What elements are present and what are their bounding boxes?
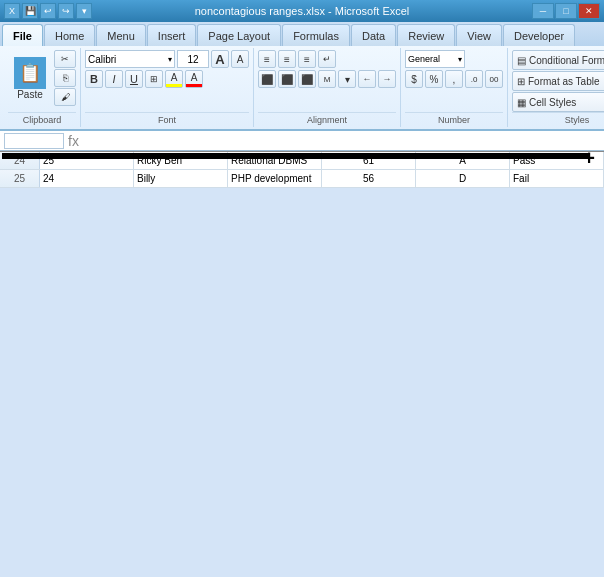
wrap-text-button[interactable]: ↵ — [318, 50, 336, 68]
tab-data[interactable]: Data — [351, 24, 396, 46]
alignment-group: ≡ ≡ ≡ ↵ ⬛ ⬛ ⬛ M ▾ ← → Alignment — [254, 48, 401, 127]
quick-access-more-icon[interactable]: ▾ — [76, 3, 92, 19]
window-title: noncontagious ranges.xlsx - Microsoft Ex… — [195, 5, 410, 17]
formula-input[interactable] — [83, 133, 600, 149]
ribbon-tab-bar: File Home Menu Insert Page Layout Formul… — [0, 22, 604, 46]
font-size-selector[interactable]: 12 — [177, 50, 209, 68]
font-name-chevron-icon: ▾ — [168, 55, 172, 64]
clipboard-area: 📋 Paste ✂ ⎘ 🖌 — [8, 50, 76, 106]
tab-formulas[interactable]: Formulas — [282, 24, 350, 46]
cell-f25[interactable]: Fail — [510, 170, 604, 187]
clipboard-label: Clipboard — [8, 112, 76, 125]
tab-file[interactable]: File — [2, 24, 43, 46]
italic-button[interactable]: I — [105, 70, 123, 88]
cell-d25[interactable]: 56 — [322, 170, 416, 187]
cell-f24[interactable]: Pass — [510, 152, 604, 169]
conditional-formatting-label: Conditional Formatting — [529, 55, 604, 66]
maximize-button[interactable]: □ — [555, 3, 577, 19]
tab-view[interactable]: View — [456, 24, 502, 46]
tab-menu[interactable]: Menu — [96, 24, 146, 46]
close-button[interactable]: ✕ — [578, 3, 600, 19]
align-top-left-button[interactable]: ≡ — [258, 50, 276, 68]
minimize-button[interactable]: ─ — [532, 3, 554, 19]
font-grow-button[interactable]: A — [211, 50, 229, 68]
table-row: 24 25 Ricky Ben Relational DBMS 61 A Pas… — [0, 152, 604, 170]
clipboard-group: 📋 Paste ✂ ⎘ 🖌 Clipboard — [4, 48, 81, 127]
tab-home[interactable]: Home — [44, 24, 95, 46]
redo-icon[interactable]: ↪ — [58, 3, 74, 19]
cell-c25[interactable]: PHP development — [228, 170, 322, 187]
cell-d24[interactable]: 61 — [322, 152, 416, 169]
merge-chevron-icon[interactable]: ▾ — [338, 70, 356, 88]
cell-c24[interactable]: Relational DBMS — [228, 152, 322, 169]
font-name-selector[interactable]: Calibri ▾ — [85, 50, 175, 68]
cell-b25[interactable]: Billy — [134, 170, 228, 187]
border-button[interactable]: ⊞ — [145, 70, 163, 88]
fill-color-swatch — [166, 84, 182, 87]
bottom-rows: 24 25 Ricky Ben Relational DBMS 61 A Pas… — [0, 151, 604, 188]
currency-button[interactable]: $ — [405, 70, 423, 88]
paste-button[interactable]: 📋 Paste — [8, 50, 52, 106]
comma-button[interactable]: , — [445, 70, 463, 88]
cell-a24[interactable]: 25 — [40, 152, 134, 169]
tab-page-layout[interactable]: Page Layout — [197, 24, 281, 46]
fill-color-button[interactable]: A — [165, 70, 183, 88]
format-as-table-button[interactable]: ⊞ Format as Table ▾ — [512, 71, 604, 91]
format-painter-button[interactable]: 🖌 — [54, 88, 76, 106]
font-area: Calibri ▾ 12 A A B I U ⊞ — [85, 50, 249, 88]
number-format-dropdown[interactable]: General ▾ — [405, 50, 465, 68]
conditional-formatting-button[interactable]: ▤ Conditional Formatting ▾ — [512, 50, 604, 70]
number-label: Number — [405, 112, 503, 125]
decimal-decrease-button[interactable]: 00 — [485, 70, 503, 88]
number-format-value: General — [408, 54, 440, 64]
merge-button[interactable]: M — [318, 70, 336, 88]
tab-insert[interactable]: Insert — [147, 24, 197, 46]
conditional-formatting-icon: ▤ — [517, 55, 526, 66]
cell-e24[interactable]: A — [416, 152, 510, 169]
fill-icon: A — [171, 72, 178, 83]
cut-button[interactable]: ✂ — [54, 50, 76, 68]
font-label: Font — [85, 112, 249, 125]
cell-b24[interactable]: Ricky Ben — [134, 152, 228, 169]
font-group: Calibri ▾ 12 A A B I U ⊞ — [81, 48, 254, 127]
cell-styles-icon: ▦ — [517, 97, 526, 108]
tab-review[interactable]: Review — [397, 24, 455, 46]
indent-increase-button[interactable]: → — [378, 70, 396, 88]
copy-button[interactable]: ⎘ — [54, 69, 76, 87]
number-group: General ▾ $ % , .0 00 Number — [401, 48, 508, 127]
align-right-button[interactable]: ⬛ — [298, 70, 316, 88]
font-grow-label: A — [215, 52, 224, 67]
tab-developer[interactable]: Developer — [503, 24, 575, 46]
align-bottom-row: ⬛ ⬛ ⬛ M ▾ ← → — [258, 70, 396, 88]
number-format-row: General ▾ — [405, 50, 503, 68]
align-center-button[interactable]: ⬛ — [278, 70, 296, 88]
align-top-right-button[interactable]: ≡ — [298, 50, 316, 68]
number-buttons-row: $ % , .0 00 — [405, 70, 503, 88]
undo-icon[interactable]: ↩ — [40, 3, 56, 19]
font-color-button[interactable]: A — [185, 70, 203, 88]
percent-button[interactable]: % — [425, 70, 443, 88]
number-format-chevron-icon: ▾ — [458, 55, 462, 64]
cell-styles-button[interactable]: ▦ Cell Styles ▾ — [512, 92, 604, 112]
format-as-table-icon: ⊞ — [517, 76, 525, 87]
cell-styles-label: Cell Styles — [529, 97, 604, 108]
table-row: 25 24 Billy PHP development 56 D Fail — [0, 170, 604, 188]
font-size-value: 12 — [187, 54, 198, 65]
paste-label: Paste — [17, 89, 43, 100]
font-color-swatch — [186, 84, 202, 87]
number-area: General ▾ $ % , .0 00 — [405, 50, 503, 88]
bold-button[interactable]: B — [85, 70, 103, 88]
align-top-center-button[interactable]: ≡ — [278, 50, 296, 68]
font-shrink-button[interactable]: A — [231, 50, 249, 68]
quick-save-icon[interactable]: 💾 — [22, 3, 38, 19]
window-controls: ─ □ ✕ — [532, 3, 600, 19]
decimal-increase-button[interactable]: .0 — [465, 70, 483, 88]
underline-button[interactable]: U — [125, 70, 143, 88]
align-left-button[interactable]: ⬛ — [258, 70, 276, 88]
paste-icon: 📋 — [14, 57, 46, 89]
cell-e25[interactable]: D — [416, 170, 510, 187]
styles-area: ▤ Conditional Formatting ▾ ⊞ Format as T… — [512, 50, 604, 112]
name-box[interactable] — [4, 133, 64, 149]
cell-a25[interactable]: 24 — [40, 170, 134, 187]
indent-decrease-button[interactable]: ← — [358, 70, 376, 88]
